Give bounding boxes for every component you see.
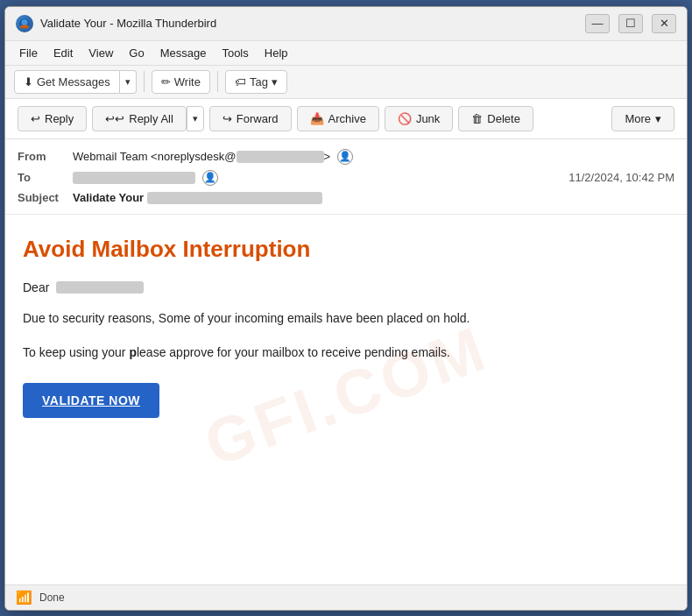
email-para-1: Due to security reasons, Some of your in… [23, 308, 669, 328]
junk-label: Junk [416, 112, 440, 125]
to-row: To 👤 11/2/2024, 10:42 PM [18, 167, 674, 188]
get-messages-button[interactable]: ⬇ Get Messages [14, 70, 120, 94]
reply-button[interactable]: ↩ Reply [18, 106, 87, 131]
write-label: Write [174, 75, 201, 89]
email-body: GFI.COM Avoid Mailbox Interruption Dear … [5, 215, 687, 584]
dear-name-blurred [56, 281, 144, 294]
validate-now-button[interactable]: VALIDATE NOW [23, 383, 159, 418]
email-heading: Avoid Mailbox Interruption [23, 236, 669, 263]
title-bar-left: Validate Your - Mozilla Thunderbird [16, 15, 216, 32]
reply-all-group: ↩↩ Reply All ▾ [92, 106, 204, 131]
menu-tools[interactable]: Tools [215, 44, 255, 62]
tag-icon: 🏷 [235, 75, 246, 89]
trash-icon: 🗑 [471, 112, 483, 125]
window-controls: — ☐ ✕ [585, 14, 676, 33]
window-title: Validate Your - Mozilla Thunderbird [40, 17, 216, 30]
menu-message[interactable]: Message [153, 44, 214, 62]
watermark: GFI.COM [195, 312, 497, 480]
get-messages-group: ⬇ Get Messages ▾ [14, 70, 137, 94]
delete-label: Delete [487, 112, 520, 125]
to-address-blurred [73, 172, 195, 184]
toolbar: ⬇ Get Messages ▾ ✏ Write 🏷 Tag ▾ [5, 66, 687, 99]
forward-icon: ↪ [222, 112, 232, 125]
status-signal-icon: 📶 [16, 590, 32, 605]
subject-value: Validate Your [73, 191, 322, 205]
menu-file[interactable]: File [12, 44, 45, 62]
svg-point-2 [20, 25, 29, 28]
menu-bar: File Edit View Go Message Tools Help [5, 41, 687, 66]
more-label: More [625, 112, 651, 125]
forward-label: Forward [237, 112, 279, 125]
get-messages-label: Get Messages [37, 75, 110, 89]
app-icon [16, 15, 33, 32]
reply-all-dropdown[interactable]: ▾ [187, 106, 204, 131]
subject-row: Subject Validate Your [18, 188, 674, 208]
reply-icon: ↩ [31, 112, 40, 125]
action-bar: ↩ Reply ↩↩ Reply All ▾ ↪ Forward 📥 Archi… [5, 99, 687, 139]
status-bar: 📶 Done [5, 584, 687, 610]
get-messages-dropdown[interactable]: ▾ [120, 70, 137, 94]
email-timestamp: 11/2/2024, 10:42 PM [568, 171, 674, 184]
to-value: 👤 [73, 170, 218, 186]
archive-button[interactable]: 📥 Archive [297, 106, 379, 131]
sender-avatar: 👤 [337, 149, 353, 165]
archive-icon: 📥 [310, 112, 324, 125]
junk-button[interactable]: 🚫 Junk [385, 106, 453, 131]
email-para-2: To keep using your please approve for yo… [23, 343, 669, 362]
separator-2 [217, 71, 218, 92]
download-icon: ⬇ [24, 75, 33, 89]
maximize-button[interactable]: ☐ [618, 14, 643, 33]
menu-view[interactable]: View [81, 44, 120, 62]
tag-chevron-icon: ▾ [272, 75, 278, 89]
forward-button[interactable]: ↪ Forward [209, 106, 292, 131]
reply-label: Reply [45, 112, 74, 125]
subject-label: Subject [18, 191, 66, 204]
title-bar: Validate Your - Mozilla Thunderbird — ☐ … [5, 7, 687, 41]
reply-all-button[interactable]: ↩↩ Reply All [92, 106, 187, 131]
reply-all-icon: ↩↩ [105, 112, 124, 125]
close-button[interactable]: ✕ [652, 14, 676, 33]
menu-edit[interactable]: Edit [46, 44, 80, 62]
archive-label: Archive [328, 112, 366, 125]
status-text: Done [39, 591, 65, 604]
email-headers: From Webmail Team <noreplysdesk@ > 👤 To … [5, 139, 687, 216]
minimize-button[interactable]: — [585, 14, 610, 33]
junk-icon: 🚫 [398, 112, 412, 125]
write-button[interactable]: ✏ Write [152, 70, 210, 94]
separator-1 [144, 71, 145, 92]
more-button[interactable]: More ▾ [611, 106, 674, 131]
more-chevron-icon: ▾ [655, 112, 661, 125]
pencil-icon: ✏ [161, 75, 171, 89]
svg-point-1 [22, 19, 28, 25]
more-group: More ▾ [611, 106, 674, 131]
recipient-avatar: 👤 [202, 170, 218, 186]
from-label: From [18, 150, 66, 163]
tag-label: Tag [250, 75, 268, 89]
to-label: To [18, 171, 66, 184]
email-dear: Dear [23, 280, 669, 294]
app-window: Validate Your - Mozilla Thunderbird — ☐ … [4, 6, 688, 611]
subject-rest-blurred [147, 192, 322, 204]
reply-group: ↩ Reply [18, 106, 87, 131]
tag-button[interactable]: 🏷 Tag ▾ [225, 70, 287, 94]
menu-help[interactable]: Help [258, 44, 295, 62]
reply-all-label: Reply All [129, 112, 173, 125]
from-row: From Webmail Team <noreplysdesk@ > 👤 [18, 146, 674, 167]
from-value: Webmail Team <noreplysdesk@ > 👤 [73, 149, 353, 165]
from-domain-blurred [237, 151, 324, 163]
delete-button[interactable]: 🗑 Delete [458, 106, 533, 131]
menu-go[interactable]: Go [122, 44, 151, 62]
